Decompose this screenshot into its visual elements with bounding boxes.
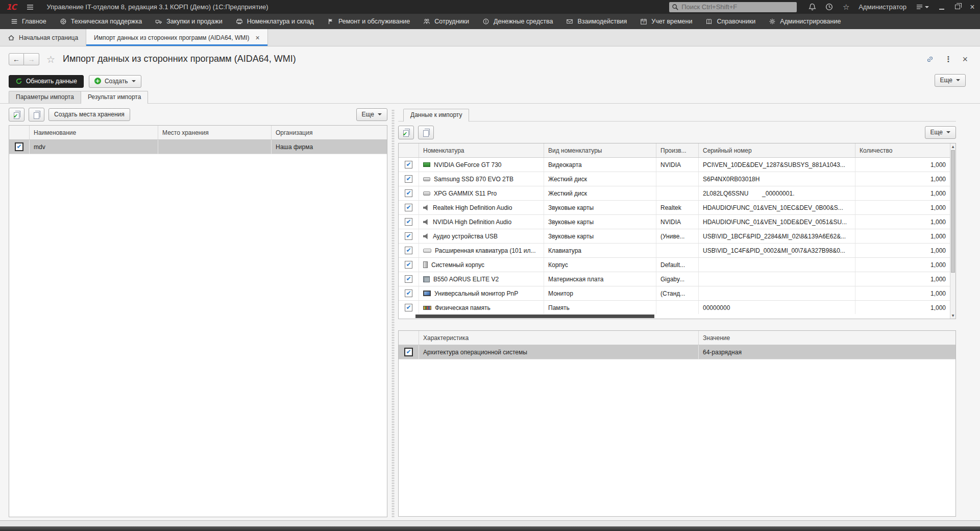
row-checkbox[interactable] xyxy=(405,189,412,197)
row-checkbox[interactable] xyxy=(405,161,412,168)
header-characteristic[interactable]: Характеристика xyxy=(419,331,699,345)
create-button[interactable]: + Создать xyxy=(89,75,141,88)
refresh-data-button[interactable]: Обновить данные xyxy=(9,75,84,88)
cell-nomenclature: Физическая память xyxy=(419,301,544,315)
vertical-scrollbar-thumb[interactable] xyxy=(951,150,955,273)
close-form-icon[interactable]: × xyxy=(962,55,968,64)
minimize-button[interactable] xyxy=(934,1,949,13)
import-item-row[interactable]: XPG GAMMIX S11 ProЖесткий диск2L082LQ6SS… xyxy=(399,186,955,201)
tab-close-icon[interactable]: × xyxy=(256,34,260,41)
scroll-down-arrow-icon[interactable]: ▼ xyxy=(950,312,955,319)
storage-more-caret-icon xyxy=(378,113,382,115)
header-producer[interactable]: Произв... xyxy=(656,143,699,157)
menu-item-purchases[interactable]: Закупки и продажи xyxy=(149,14,229,29)
row-checkbox[interactable] xyxy=(405,247,412,254)
horizontal-scrollbar[interactable] xyxy=(399,314,950,319)
row-checkbox[interactable] xyxy=(405,304,412,311)
menu-item-time[interactable]: 7Учет времени xyxy=(633,14,699,29)
cell-quantity: 1,000 xyxy=(855,215,950,229)
check-all-items-button[interactable] xyxy=(398,126,414,139)
cell-serial-number xyxy=(699,286,855,300)
notifications-bell-icon[interactable] xyxy=(808,3,817,11)
horizontal-scrollbar-thumb[interactable] xyxy=(415,315,654,318)
row-checkbox[interactable] xyxy=(405,175,412,183)
menu-item-support[interactable]: Техническая поддержка xyxy=(53,14,149,29)
import-more-label: Еще xyxy=(930,129,943,136)
header-organization[interactable]: Организация xyxy=(272,126,387,139)
import-item-row[interactable]: NVIDIA GeForce GT 730ВидеокартаNVIDIAPCI… xyxy=(399,158,955,172)
menu-item-staff[interactable]: Сотрудники xyxy=(416,14,476,29)
import-item-row[interactable]: NVIDIA High Definition AudioЗвуковые кар… xyxy=(399,215,955,229)
header-quantity[interactable]: Количество xyxy=(855,143,944,157)
back-button[interactable]: ← xyxy=(9,53,24,65)
menu-item-admin[interactable]: Администрирование xyxy=(762,14,847,29)
menu-item-main[interactable]: Главное xyxy=(4,14,53,29)
cell-characteristic: Архитектура операционной системы xyxy=(419,345,699,359)
row-checkbox[interactable] xyxy=(404,348,413,356)
forward-button[interactable]: → xyxy=(24,53,39,65)
row-checkbox[interactable] xyxy=(405,261,412,269)
create-storage-button[interactable]: Создать места хранения xyxy=(48,108,130,121)
main-menu-icon[interactable] xyxy=(26,3,34,11)
tab-import-params[interactable]: Параметры импорта xyxy=(9,91,81,103)
cell-producer: Realtek xyxy=(656,201,699,214)
import-item-row[interactable]: Samsung SSD 870 EVO 2TBЖесткий дискS6P4N… xyxy=(399,172,955,186)
create-label: Создать xyxy=(105,78,128,85)
more-options-dots-icon[interactable]: ⋮ xyxy=(944,55,952,64)
maximize-button[interactable] xyxy=(949,1,965,13)
properties-header: Характеристика Значение xyxy=(399,331,955,345)
menu-item-money[interactable]: Денежные средства xyxy=(476,14,559,29)
row-checkbox[interactable] xyxy=(405,289,412,297)
tab-import-data[interactable]: Импорт данных из сторонних программ (AID… xyxy=(86,29,268,46)
header-nomenclature[interactable]: Номенклатура xyxy=(419,143,544,157)
uncheck-all-button[interactable] xyxy=(29,108,44,122)
row-checkbox[interactable] xyxy=(405,232,412,240)
search-input[interactable] xyxy=(669,2,797,12)
header-name[interactable]: Наименование xyxy=(30,126,158,139)
storage-row[interactable]: mdvНаша фирма xyxy=(9,140,387,154)
row-checkbox[interactable] xyxy=(405,204,412,211)
import-item-row[interactable]: B550 AORUS ELITE V2Материнская платаGiga… xyxy=(399,272,955,286)
header-nomenclature-kind[interactable]: Вид номенклатуры xyxy=(544,143,656,157)
scroll-up-arrow-icon[interactable]: ▲ xyxy=(950,143,955,150)
storage-more-button[interactable]: Еще xyxy=(356,108,387,121)
import-item-row[interactable]: Realtek High Definition AudioЗвуковые ка… xyxy=(399,201,955,215)
row-checkbox[interactable] xyxy=(405,275,412,283)
menu-item-interactions[interactable]: Взаимодействия xyxy=(559,14,633,29)
add-favorite-star-icon[interactable]: ☆ xyxy=(46,54,55,65)
import-item-row[interactable]: Физическая памятьПамять000000001,000 xyxy=(399,301,955,315)
cell-kind: Жесткий диск xyxy=(544,186,656,200)
import-item-row[interactable]: Системный корпусКорпусDefault...1,000 xyxy=(399,258,955,272)
tab-home[interactable]: Начальная страница xyxy=(0,29,86,46)
import-item-row[interactable]: Универсальный монитор PnPМонитор(Станд..… xyxy=(399,286,955,301)
header-value[interactable]: Значение xyxy=(699,331,955,345)
import-item-row[interactable]: Расширенная клавиатура (101 ил...Клавиат… xyxy=(399,244,955,258)
page-more-button[interactable]: Еще xyxy=(935,74,966,87)
current-user[interactable]: Администратор xyxy=(859,3,906,11)
row-checkbox[interactable] xyxy=(405,218,412,226)
menu-item-stock[interactable]: Номенклатура и склад xyxy=(229,14,321,29)
menu-item-repair[interactable]: Ремонт и обслуживание xyxy=(321,14,416,29)
property-row[interactable]: Архитектура операционной системы64-разря… xyxy=(399,345,955,359)
panel-splitter[interactable] xyxy=(387,104,398,520)
uncheck-all-items-button[interactable] xyxy=(418,126,434,139)
form-tab-strip: Параметры импорта Результат импорта xyxy=(0,91,980,104)
menu-item-label: Учет времени xyxy=(651,18,692,25)
cell-checkbox xyxy=(399,201,419,214)
vertical-scrollbar[interactable]: ▲ ▼ xyxy=(950,143,955,319)
service-menu-icon[interactable] xyxy=(916,4,929,10)
row-checkbox[interactable] xyxy=(15,142,23,151)
check-all-button[interactable] xyxy=(9,108,24,122)
favorites-star-icon[interactable]: ☆ xyxy=(842,3,850,11)
close-window-button[interactable]: × xyxy=(965,1,980,13)
get-link-icon[interactable] xyxy=(926,55,934,63)
header-storage-place[interactable]: Место хранения xyxy=(158,126,272,139)
import-more-button[interactable]: Еще xyxy=(925,126,956,139)
tab-import-data[interactable]: Данные к импорту xyxy=(403,109,469,122)
header-serial-number[interactable]: Серийный номер xyxy=(699,143,855,157)
tab-import-result[interactable]: Результат импорта xyxy=(81,91,148,104)
history-icon[interactable] xyxy=(825,3,834,11)
import-item-row[interactable]: Аудио устройства USBЗвуковые карты(Униве… xyxy=(399,229,955,244)
menu-item-reference[interactable]: Справочники xyxy=(699,14,762,29)
page-header: ← → ☆ Импорт данных из сторонних програм… xyxy=(0,46,980,71)
